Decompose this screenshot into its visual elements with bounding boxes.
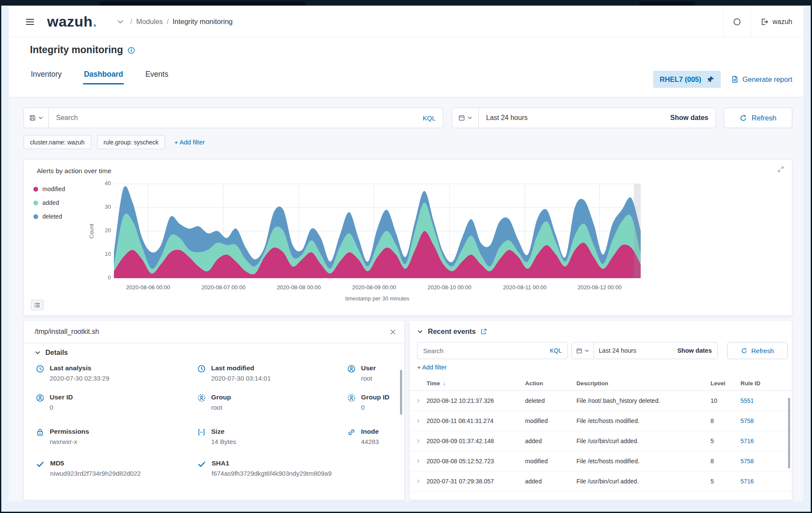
events-kql-button[interactable]: KQL	[544, 347, 567, 354]
event-level: 5	[710, 438, 714, 444]
events-show-dates-button[interactable]: Show dates	[672, 347, 717, 354]
events-add-filter-button[interactable]: + Add filter	[417, 364, 447, 371]
table-row[interactable]: 2020-07-31 07:29:38.057 added File /usr/…	[409, 471, 792, 492]
column-header-rule-id[interactable]: Rule ID	[740, 380, 761, 386]
check-icon	[197, 460, 206, 477]
pin-icon	[707, 76, 714, 83]
column-header-description[interactable]: Description	[576, 380, 608, 386]
generate-report-button[interactable]: Generate report	[731, 75, 792, 84]
event-time: 2020-08-09 01:37:42.148	[427, 438, 494, 444]
filter-pill-cluster[interactable]: cluster.name: wazuh	[24, 135, 91, 149]
column-header-level[interactable]: Level	[710, 380, 725, 386]
chrome-block	[100, 1, 305, 6]
filter-pill-rule-group[interactable]: rule.group: syscheck	[97, 135, 165, 149]
events-time-range-button[interactable]: Last 24 hours	[594, 347, 641, 354]
kql-button[interactable]: KQL	[415, 114, 443, 122]
menu-button[interactable]	[25, 17, 35, 27]
breadcrumb-modules[interactable]: Modules	[136, 18, 163, 26]
external-link-icon[interactable]	[481, 328, 487, 335]
tab-dashboard[interactable]: Dashboard	[83, 66, 124, 84]
table-row[interactable]: 2020-08-09 01:37:42.148 added File /usr/…	[409, 431, 792, 451]
calendar-icon	[576, 348, 582, 354]
health-ring-button[interactable]	[723, 18, 751, 26]
expand-row-icon[interactable]	[415, 398, 421, 404]
group-icon	[197, 394, 206, 411]
legend-dot-added	[33, 201, 38, 205]
clock-icon	[36, 365, 44, 382]
chevron-down-icon[interactable]	[417, 329, 423, 335]
event-level: 8	[710, 417, 714, 424]
tab-inventory[interactable]: Inventory	[30, 66, 63, 84]
file-path: /tmp/install_rootkit.sh	[35, 328, 99, 336]
detail-field-permissions: Permissionsrwxrwxr-x	[36, 428, 89, 445]
group-icon	[347, 394, 355, 411]
rule-id-link[interactable]: 5758	[740, 417, 754, 424]
table-row[interactable]: 2020-08-08 05:12:52.723 modified File /e…	[409, 451, 792, 471]
date-picker: Last 24 hours Show dates	[452, 108, 716, 128]
event-action: modified	[525, 458, 548, 465]
calendar-button[interactable]	[452, 108, 479, 128]
details-scrollbar[interactable]	[400, 370, 402, 415]
breadcrumb-separator: /	[167, 18, 169, 26]
rule-id-link[interactable]: 5551	[740, 397, 754, 404]
show-dates-button[interactable]: Show dates	[663, 114, 716, 122]
legend-item-modified[interactable]: modified	[33, 182, 65, 196]
expand-row-icon[interactable]	[415, 418, 421, 424]
legend-dot-modified	[33, 187, 38, 192]
detail-field-size: Size14 Bytes	[197, 428, 236, 445]
breadcrumb: / Modules / Integrity monitoring	[130, 18, 233, 26]
event-level: 10	[710, 397, 717, 404]
chart-legend: modified added deleted	[33, 182, 65, 223]
breadcrumb-current: Integrity monitoring	[173, 18, 233, 26]
check-icon	[36, 460, 45, 477]
close-icon[interactable]	[389, 328, 397, 336]
events-query-bar: KQL Last 24 hours Show dates Refresh	[417, 342, 788, 359]
agent-button[interactable]: RHEL7 (005)	[653, 71, 720, 88]
page-header: Integrity monitoring Inventory Dashboard…	[9, 37, 803, 97]
expand-row-icon[interactable]	[415, 479, 421, 484]
file-details-panel: /tmp/install_rootkit.sh Details Last ana…	[24, 320, 405, 500]
page-actions: RHEL7 (005) Generate report	[653, 71, 792, 88]
saved-queries-button[interactable]	[24, 108, 49, 128]
table-row[interactable]: 2020-08-11 08:41:31.274 modified File /e…	[409, 411, 792, 431]
detail-field-md5: MD5niwud923rd2f734r9h29d82d022	[36, 459, 141, 477]
events-scrollbar[interactable]	[788, 398, 790, 468]
event-action: added	[525, 438, 542, 444]
legend-item-deleted[interactable]: deleted	[33, 210, 65, 223]
legend-item-added[interactable]: added	[33, 196, 65, 210]
detail-field-inode: Inode44283	[347, 428, 379, 445]
logout-button[interactable]: wazuh	[751, 6, 803, 37]
events-search-input[interactable]	[418, 347, 544, 354]
events-table: Time↓ Action Description Level Rule ID 2…	[409, 375, 792, 492]
browser-chrome-strip	[1, 1, 811, 6]
user-icon	[36, 394, 44, 411]
expand-icon[interactable]	[777, 166, 784, 173]
expand-row-icon[interactable]	[415, 459, 421, 464]
detail-field-sha1: SHA1f674as9fh3729dkgt6f4k903ndy29tm809a9	[197, 459, 331, 477]
table-row[interactable]: 2020-08-12 10:21:37.326 deleted File /ro…	[409, 391, 792, 411]
legend-dot-deleted	[33, 214, 38, 219]
search-input[interactable]	[49, 114, 415, 122]
info-icon[interactable]	[128, 47, 135, 54]
details-section-toggle[interactable]: Details	[35, 349, 68, 357]
time-range-button[interactable]: Last 24 hours	[479, 114, 535, 122]
app-switcher-chevron-button[interactable]	[116, 18, 124, 26]
rule-id-link[interactable]: 5716	[740, 438, 754, 444]
chart-options-button[interactable]	[31, 300, 44, 310]
column-header-time[interactable]: Time↓	[427, 380, 446, 386]
rule-id-link[interactable]: 5716	[740, 478, 754, 485]
recent-events-header: Recent events	[417, 327, 487, 336]
expand-row-icon[interactable]	[415, 438, 421, 444]
refresh-button[interactable]: Refresh	[724, 108, 792, 128]
detail-field-user-id: User ID0	[36, 393, 73, 411]
column-header-action[interactable]: Action	[525, 380, 543, 386]
query-bar: KQL Last 24 hours Show dates Refresh	[24, 108, 792, 128]
size-icon	[197, 428, 206, 445]
events-calendar-button[interactable]	[572, 342, 594, 359]
wazuh-logo[interactable]: wazuh.	[47, 13, 97, 30]
add-filter-button[interactable]: + Add filter	[174, 138, 205, 146]
tab-events[interactable]: Events	[144, 66, 169, 84]
rule-id-link[interactable]: 5758	[740, 458, 754, 465]
breadcrumb-separator: /	[130, 18, 132, 26]
events-refresh-button[interactable]: Refresh	[727, 342, 788, 359]
